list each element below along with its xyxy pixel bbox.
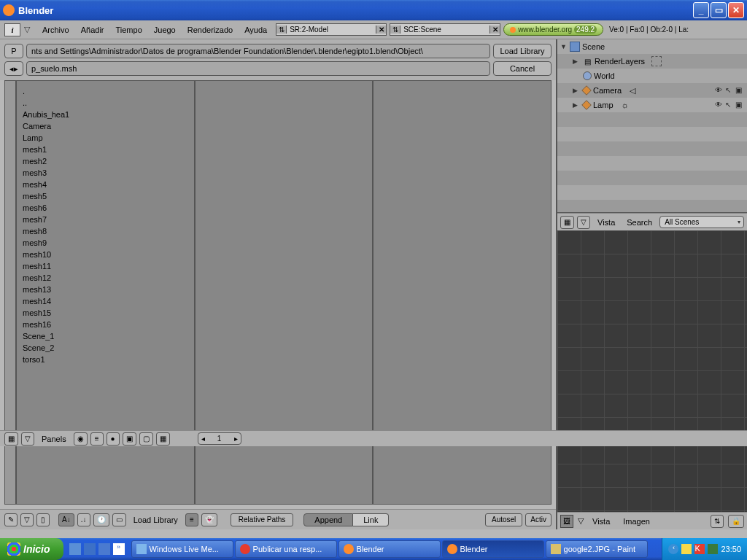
link-button[interactable]: Link xyxy=(353,513,389,526)
cancel-button[interactable]: Cancel xyxy=(493,61,551,76)
list-item[interactable]: mesh4 xyxy=(23,179,188,190)
outliner-wintype-dropdown[interactable]: ▽ xyxy=(577,216,590,229)
list-item[interactable]: Lamp xyxy=(23,132,188,144)
wintype-icon[interactable]: ✎ xyxy=(4,513,18,526)
buttons-wintype-dropdown[interactable]: ▽ xyxy=(21,432,34,446)
list-item[interactable]: mesh9 xyxy=(23,237,188,249)
outliner-camera-row[interactable]: ▶ Camera ◁ 👁 ↖ ▣ xyxy=(557,83,747,98)
list-item[interactable]: mesh8 xyxy=(23,225,188,237)
info-window-icon[interactable]: i xyxy=(4,23,20,36)
list-item[interactable]: . xyxy=(23,85,188,97)
tray-clock[interactable]: 23:50 xyxy=(721,545,741,553)
menu-archivo[interactable]: Archivo xyxy=(36,26,75,34)
list-item[interactable]: Scene_2 xyxy=(23,342,188,354)
outliner-lamp-row[interactable]: ▶ Lamp ☼ 👁 ↖ ▣ xyxy=(557,98,747,112)
outliner-vista-menu[interactable]: Vista xyxy=(593,218,619,227)
list-item[interactable]: mesh12 xyxy=(23,272,188,284)
panels-menu[interactable]: Panels xyxy=(37,435,71,443)
screen-close-icon[interactable]: ✕ xyxy=(376,26,386,34)
list-item[interactable]: mesh11 xyxy=(23,260,188,272)
url-pill[interactable]: www.blender.org 249.2 xyxy=(503,23,603,36)
context-editing-icon[interactable]: ▢ xyxy=(139,432,153,446)
page-prev-icon[interactable]: ◂ xyxy=(201,435,205,443)
list-item[interactable]: Anubis_hea1 xyxy=(23,109,188,120)
context-scene-icon[interactable]: ▦ xyxy=(156,432,170,446)
buttons-wintype-icon[interactable]: ▦ xyxy=(4,432,18,446)
list-item[interactable]: Camera xyxy=(23,120,188,132)
start-button[interactable]: Inicio xyxy=(0,538,63,560)
info-dropdown-icon[interactable]: ▽ xyxy=(22,23,32,36)
task-paint[interactable]: google2.JPG - Paint xyxy=(546,540,648,558)
sort-time-button[interactable]: 🕐 xyxy=(93,513,109,526)
outliner-scene-row[interactable]: ▼ Scene xyxy=(557,39,747,54)
sort-ext-button[interactable]: .↓ xyxy=(77,513,90,526)
uv-image-viewport[interactable] xyxy=(557,230,747,512)
task-messenger[interactable]: Windows Live Me... xyxy=(131,540,233,558)
list-item[interactable]: mesh13 xyxy=(23,284,188,295)
task-opera[interactable]: Publicar una resp... xyxy=(235,540,337,558)
vp-imagen-menu[interactable]: Imagen xyxy=(619,517,654,526)
view-mode-icon[interactable]: ▯ xyxy=(36,513,50,526)
task-blender-1[interactable]: Blender xyxy=(338,540,441,558)
visibility-icon[interactable]: 👁 xyxy=(715,86,724,95)
list-item[interactable]: mesh16 xyxy=(23,319,188,330)
outliner-filter-dropdown[interactable]: All Scenes xyxy=(659,216,744,228)
pin-icon[interactable]: 🔒 xyxy=(728,515,744,528)
maximize-button[interactable]: ▭ xyxy=(711,2,727,18)
parent-button[interactable]: P xyxy=(4,44,23,58)
ql-desktop-icon[interactable] xyxy=(69,543,81,555)
ql-chevrons-icon[interactable]: » xyxy=(113,543,125,555)
list-item[interactable]: mesh6 xyxy=(23,202,188,214)
sort-size-button[interactable]: ▭ xyxy=(112,513,126,526)
visibility-icon[interactable]: 👁 xyxy=(715,101,724,109)
path-field[interactable]: nts and Settings\Administrador\Datos de … xyxy=(26,44,490,58)
screen-selector[interactable]: ⇅SR:2-Model✕ xyxy=(276,23,387,36)
short-toggle[interactable]: ≡ xyxy=(185,513,198,526)
relative-paths-toggle[interactable]: Relative Paths xyxy=(231,513,293,526)
render-icon[interactable]: ▣ xyxy=(735,86,744,95)
task-blender-2[interactable]: Blender xyxy=(442,540,544,558)
context-object-icon[interactable]: ▣ xyxy=(123,432,136,446)
active-toggle[interactable]: Activ xyxy=(525,513,551,526)
tray-app-icon[interactable] xyxy=(708,544,718,554)
context-shading-icon[interactable]: ● xyxy=(107,432,120,446)
image-editor-icon[interactable]: 🖼 xyxy=(560,515,573,528)
list-item[interactable]: mesh15 xyxy=(23,307,188,319)
tray-collapse-icon[interactable]: ‹ xyxy=(668,544,678,554)
vp-dropdown-icon[interactable]: ▽ xyxy=(578,516,584,526)
page-stepper[interactable]: ◂ 1 ▸ xyxy=(198,432,241,445)
image-selector[interactable]: ⇅ xyxy=(711,515,724,528)
tray-status-icon[interactable] xyxy=(681,544,692,554)
list-item[interactable]: mesh2 xyxy=(23,155,188,167)
context-script-icon[interactable]: ≡ xyxy=(90,432,104,446)
ql-ie-icon[interactable] xyxy=(84,543,96,555)
wintype-dropdown[interactable]: ▽ xyxy=(20,513,34,526)
list-item[interactable]: mesh1 xyxy=(23,144,188,155)
list-item[interactable]: .. xyxy=(23,97,188,109)
menu-tiempo[interactable]: Tiempo xyxy=(109,26,147,34)
menu-renderizado[interactable]: Renderizado xyxy=(182,26,239,34)
select-icon[interactable]: ↖ xyxy=(725,101,734,109)
close-button[interactable]: ✕ xyxy=(728,2,744,18)
menu-juego[interactable]: Juego xyxy=(148,26,182,34)
list-item[interactable]: mesh10 xyxy=(23,249,188,260)
minimize-button[interactable]: _ xyxy=(693,2,709,18)
list-item[interactable]: mesh5 xyxy=(23,190,188,202)
ql-app-icon[interactable] xyxy=(98,543,110,555)
list-item[interactable]: torso1 xyxy=(23,354,188,365)
list-item[interactable]: mesh14 xyxy=(23,295,188,307)
page-next-icon[interactable]: ▸ xyxy=(234,435,238,443)
vp-vista-menu[interactable]: Vista xyxy=(588,517,614,526)
tray-kaspersky-icon[interactable]: K xyxy=(694,544,705,554)
scene-selector[interactable]: ⇅SCE:Scene✕ xyxy=(390,23,500,36)
context-logic-icon[interactable]: ◉ xyxy=(74,432,88,446)
outliner-wintype-icon[interactable]: ▦ xyxy=(560,216,574,229)
select-icon[interactable]: ↖ xyxy=(725,86,734,95)
load-library-button[interactable]: Load Library xyxy=(493,44,551,58)
list-item[interactable]: mesh7 xyxy=(23,214,188,225)
render-icon[interactable]: ▣ xyxy=(735,101,744,109)
menu-anadir[interactable]: Añadir xyxy=(75,26,110,34)
list-item[interactable]: Scene_1 xyxy=(23,330,188,342)
append-button[interactable]: Append xyxy=(303,513,353,526)
scene-close-icon[interactable]: ✕ xyxy=(489,26,500,34)
